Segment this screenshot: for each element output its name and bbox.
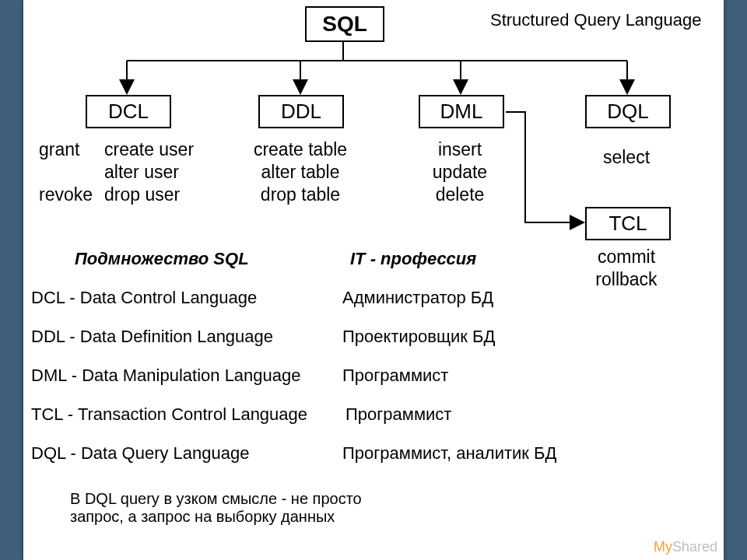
node-tcl-label: TCL xyxy=(608,212,647,235)
node-dml-label: DML xyxy=(440,100,483,123)
heading-profession: IT - профессия xyxy=(350,249,476,269)
tcl-cmds: commit rollback xyxy=(580,246,672,291)
watermark-my: My xyxy=(654,539,672,555)
prof-2: Проектировщик БД xyxy=(342,327,495,347)
heading-subset: Подмножество SQL xyxy=(75,249,249,269)
def-ddl: DDL - Data Definition Language xyxy=(31,327,273,347)
prof-3: Программист xyxy=(342,366,448,386)
dcl-cmds-col1: grant revoke xyxy=(39,138,93,205)
node-dcl-label: DCL xyxy=(108,100,149,123)
node-sql-label: SQL xyxy=(322,12,367,36)
def-dml: DML - Data Manipulation Language xyxy=(31,366,301,386)
node-sql: SQL xyxy=(305,6,384,42)
node-ddl-label: DDL xyxy=(281,100,321,123)
node-tcl: TCL xyxy=(585,207,671,240)
dml-cmds: insert update delete xyxy=(411,138,509,205)
prof-1: Администратор БД xyxy=(342,288,493,308)
node-ddl: DDL xyxy=(258,95,344,128)
watermark: MyShared xyxy=(654,539,717,555)
def-dcl: DCL - Data Control Language xyxy=(31,288,257,308)
root-full-name: Structured Query Language xyxy=(490,9,702,31)
def-dql: DQL - Data Query Language xyxy=(31,443,249,464)
node-dcl: DCL xyxy=(86,95,171,128)
prof-4: Программист xyxy=(345,404,451,425)
node-dml: DML xyxy=(419,95,504,128)
def-tcl: TCL - Transaction Control Language xyxy=(31,404,307,425)
prof-5: Программист, аналитик БД xyxy=(342,443,556,464)
dcl-cmds-col2: create user alter user drop user xyxy=(104,138,194,205)
slide-canvas: SQL Structured Query Language DCL DDL DM… xyxy=(23,0,724,560)
watermark-shared: Shared xyxy=(672,539,717,555)
node-dql: DQL xyxy=(585,95,671,128)
node-dql-label: DQL xyxy=(607,100,648,123)
dql-cmds: select xyxy=(580,146,672,169)
ddl-cmds: create table alter table drop table xyxy=(238,138,363,205)
footnote: В DQL query в узком смысле - не просто з… xyxy=(70,490,362,526)
